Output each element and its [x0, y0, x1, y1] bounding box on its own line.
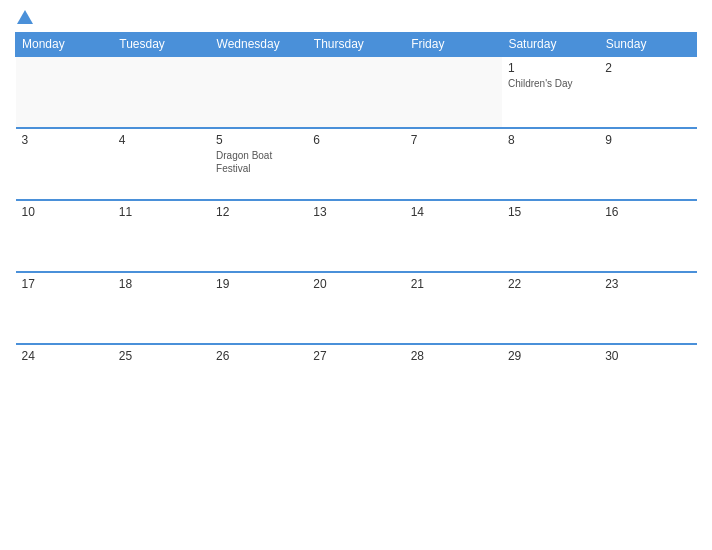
- day-number: 7: [411, 133, 496, 147]
- day-number: 24: [22, 349, 107, 363]
- day-cell: 6: [307, 128, 404, 200]
- day-number: 9: [605, 133, 690, 147]
- header: [15, 10, 697, 24]
- day-cell: 10: [16, 200, 113, 272]
- day-number: 23: [605, 277, 690, 291]
- day-number: 20: [313, 277, 398, 291]
- weekday-header-friday: Friday: [405, 33, 502, 57]
- calendar-table: MondayTuesdayWednesdayThursdayFridaySatu…: [15, 32, 697, 416]
- day-cell: [307, 56, 404, 128]
- day-cell: 1Children's Day: [502, 56, 599, 128]
- day-cell: 13: [307, 200, 404, 272]
- day-number: 10: [22, 205, 107, 219]
- day-cell: 2: [599, 56, 696, 128]
- day-number: 12: [216, 205, 301, 219]
- day-number: 17: [22, 277, 107, 291]
- day-cell: 25: [113, 344, 210, 416]
- day-cell: 14: [405, 200, 502, 272]
- day-cell: 4: [113, 128, 210, 200]
- weekday-header-saturday: Saturday: [502, 33, 599, 57]
- day-cell: 5Dragon Boat Festival: [210, 128, 307, 200]
- day-cell: 26: [210, 344, 307, 416]
- day-cell: 24: [16, 344, 113, 416]
- day-number: 29: [508, 349, 593, 363]
- day-cell: 30: [599, 344, 696, 416]
- day-number: 21: [411, 277, 496, 291]
- day-cell: [16, 56, 113, 128]
- day-cell: [210, 56, 307, 128]
- day-number: 1: [508, 61, 593, 75]
- logo: [15, 10, 35, 24]
- weekday-header-wednesday: Wednesday: [210, 33, 307, 57]
- day-cell: 11: [113, 200, 210, 272]
- day-cell: 22: [502, 272, 599, 344]
- week-row-1: 1Children's Day2: [16, 56, 697, 128]
- week-row-2: 345Dragon Boat Festival6789: [16, 128, 697, 200]
- day-cell: 28: [405, 344, 502, 416]
- day-cell: 27: [307, 344, 404, 416]
- day-number: 3: [22, 133, 107, 147]
- day-cell: 8: [502, 128, 599, 200]
- day-cell: 9: [599, 128, 696, 200]
- day-cell: 18: [113, 272, 210, 344]
- day-number: 30: [605, 349, 690, 363]
- day-cell: 7: [405, 128, 502, 200]
- week-row-3: 10111213141516: [16, 200, 697, 272]
- weekday-header-sunday: Sunday: [599, 33, 696, 57]
- holiday-label: Dragon Boat Festival: [216, 149, 301, 175]
- day-number: 8: [508, 133, 593, 147]
- day-number: 27: [313, 349, 398, 363]
- day-cell: 29: [502, 344, 599, 416]
- day-number: 15: [508, 205, 593, 219]
- day-cell: 15: [502, 200, 599, 272]
- day-number: 18: [119, 277, 204, 291]
- week-row-5: 24252627282930: [16, 344, 697, 416]
- day-cell: 12: [210, 200, 307, 272]
- day-number: 25: [119, 349, 204, 363]
- day-number: 16: [605, 205, 690, 219]
- day-cell: [405, 56, 502, 128]
- day-cell: [113, 56, 210, 128]
- week-row-4: 17181920212223: [16, 272, 697, 344]
- day-number: 4: [119, 133, 204, 147]
- calendar-page: MondayTuesdayWednesdayThursdayFridaySatu…: [0, 0, 712, 550]
- day-number: 19: [216, 277, 301, 291]
- day-cell: 3: [16, 128, 113, 200]
- day-cell: 16: [599, 200, 696, 272]
- day-number: 13: [313, 205, 398, 219]
- day-cell: 23: [599, 272, 696, 344]
- weekday-header-row: MondayTuesdayWednesdayThursdayFridaySatu…: [16, 33, 697, 57]
- day-cell: 20: [307, 272, 404, 344]
- day-cell: 19: [210, 272, 307, 344]
- weekday-header-thursday: Thursday: [307, 33, 404, 57]
- day-number: 6: [313, 133, 398, 147]
- weekday-header-monday: Monday: [16, 33, 113, 57]
- day-number: 14: [411, 205, 496, 219]
- day-number: 28: [411, 349, 496, 363]
- day-number: 11: [119, 205, 204, 219]
- logo-triangle-icon: [17, 10, 33, 24]
- day-cell: 17: [16, 272, 113, 344]
- day-number: 2: [605, 61, 690, 75]
- weekday-header-tuesday: Tuesday: [113, 33, 210, 57]
- day-number: 26: [216, 349, 301, 363]
- day-number: 22: [508, 277, 593, 291]
- day-cell: 21: [405, 272, 502, 344]
- holiday-label: Children's Day: [508, 77, 593, 90]
- day-number: 5: [216, 133, 301, 147]
